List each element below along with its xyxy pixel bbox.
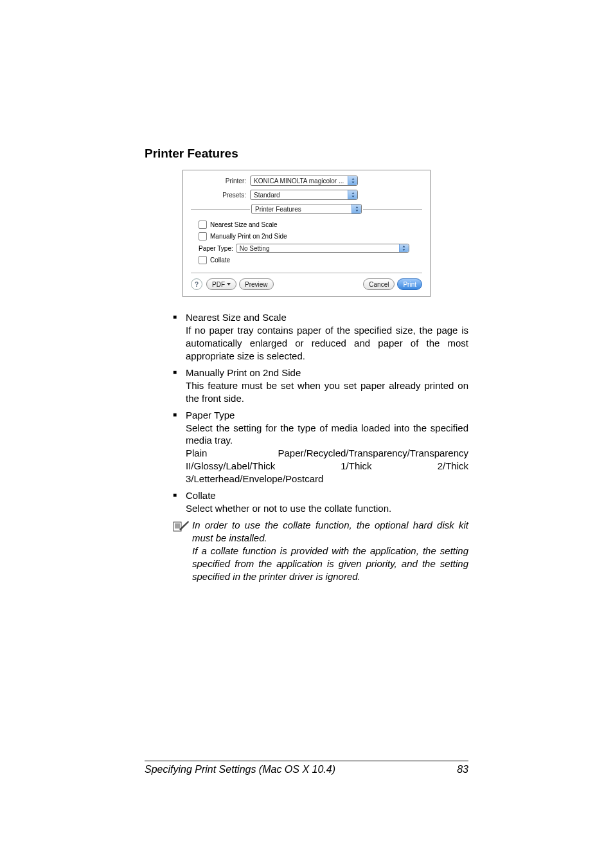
item-body: If no paper tray contains paper of the s… (186, 325, 468, 361)
page-number: 83 (457, 764, 468, 775)
item-body: Plain Paper/Recycled/Transparency/Transp… (186, 448, 468, 484)
pane-popup[interactable]: Printer Features (251, 204, 362, 214)
chevron-updown-icon (348, 176, 357, 185)
item-head: Paper Type (186, 409, 468, 422)
printer-label: Printer: (191, 177, 250, 185)
list-item: Nearest Size and Scale If no paper tray … (173, 311, 468, 363)
pdf-label: PDF (212, 281, 225, 288)
presets-value: Standard (254, 192, 348, 199)
item-head: Nearest Size and Scale (186, 311, 468, 324)
item-body: This feature must be set when you set pa… (186, 380, 468, 404)
pane-value: Printer Features (255, 206, 351, 213)
presets-popup[interactable]: Standard (250, 190, 358, 200)
item-body: Select the setting for the type of media… (186, 422, 468, 446)
manual-checkbox[interactable] (199, 232, 207, 240)
list-item: Manually Print on 2nd Side This feature … (173, 366, 468, 405)
preview-button[interactable]: Preview (239, 278, 274, 290)
printer-value: KONICA MINOLTA magicolor ... (254, 177, 348, 185)
item-head: Manually Print on 2nd Side (186, 366, 468, 379)
help-button[interactable]: ? (191, 278, 202, 290)
presets-label: Presets: (191, 192, 250, 199)
item-body: Select whether or not to use the collate… (186, 503, 391, 514)
pdf-button[interactable]: PDF (206, 278, 236, 290)
item-head: Collate (186, 489, 468, 502)
section-title: Printer Features (145, 147, 468, 161)
print-button[interactable]: Print (397, 278, 422, 290)
list-item: Paper Type Select the setting for the ty… (173, 409, 468, 486)
feature-list: Nearest Size and Scale If no paper tray … (145, 311, 468, 515)
paper-type-value: No Setting (240, 245, 399, 252)
note-p2: If a collate function is provided with t… (192, 545, 468, 582)
chevron-updown-icon (348, 190, 357, 199)
chevron-updown-icon (351, 204, 361, 213)
printer-popup[interactable]: KONICA MINOLTA magicolor ... (250, 176, 358, 186)
nearest-checkbox[interactable] (199, 221, 207, 229)
paper-type-label: Paper Type: (199, 245, 233, 252)
chevron-down-icon (227, 283, 231, 285)
print-dialog: Printer: KONICA MINOLTA magicolor ... Pr… (182, 170, 431, 297)
nearest-label: Nearest Size and Scale (210, 221, 278, 228)
note-text: In order to use the collate function, th… (190, 519, 468, 583)
paper-type-popup[interactable]: No Setting (236, 244, 409, 253)
cancel-button[interactable]: Cancel (363, 278, 395, 290)
footer-title: Specifying Print Settings (Mac OS X 10.4… (145, 764, 335, 775)
collate-checkbox[interactable] (199, 256, 207, 264)
list-item: Collate Select whether or not to use the… (173, 489, 468, 515)
note-p1: In order to use the collate function, th… (192, 520, 468, 543)
manual-label: Manually Print on 2nd Side (210, 233, 287, 240)
note-icon (173, 520, 190, 534)
chevron-updown-icon (399, 244, 409, 252)
collate-label: Collate (210, 257, 230, 264)
